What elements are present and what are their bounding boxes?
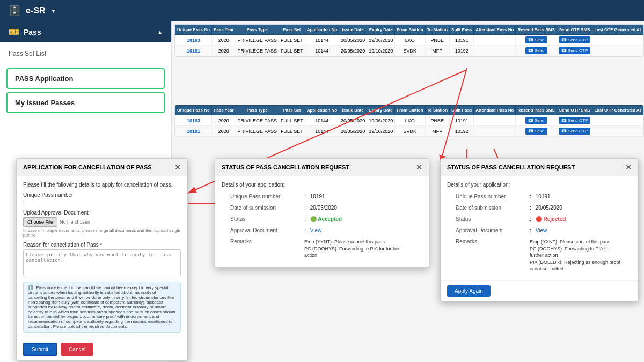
sidebar-item-pass-application[interactable]: PASS Application <box>6 68 165 89</box>
modal-rejected-close[interactable]: ✕ <box>625 163 632 172</box>
modal-accepted-header: STATUS OF PASS CANCELLATION REQUEST ✕ <box>215 159 429 176</box>
rejected-pass-value: 10191 <box>536 194 551 200</box>
modal-accepted-body: Details of your application: Unique Pass… <box>215 176 429 267</box>
cell-type: PRIVILEGE PASS <box>236 46 279 56</box>
rejected-status-row: Status : 🔴 Rejected <box>447 213 632 225</box>
cell-send-otp: 📧 Send OTP <box>557 35 592 46</box>
accepted-status-value: 🟢 Accepted <box>310 216 342 222</box>
th2-attendant-pass-no: Attendant Pass No <box>474 106 516 115</box>
choose-file-btn[interactable]: Choose File <box>23 217 57 227</box>
th-app-no: Application No <box>305 25 339 35</box>
upload-doc-group: Upload Approval Document * Choose File N… <box>23 210 181 238</box>
logo-icon: 🗄️ <box>9 5 20 17</box>
resend-sms-btn3[interactable]: 📧 Send <box>525 128 547 135</box>
accepted-submission-colon: : <box>304 205 306 211</box>
accepted-pass-colon: : <box>304 194 306 200</box>
cell-app-no: 10144 <box>305 35 339 46</box>
sidebar-item-my-issued-passes[interactable]: My Issued Passes <box>6 92 165 113</box>
pass-link[interactable]: 10191 <box>187 129 200 134</box>
rejected-doc-row: Approval Document : View <box>447 225 632 236</box>
sidebar-pass-set-list[interactable]: Pass Set List <box>0 47 171 61</box>
modal-accepted-close[interactable]: ✕ <box>416 163 422 172</box>
accepted-status-colon: : <box>304 216 306 222</box>
cell-last-otp <box>592 35 643 46</box>
pass-link[interactable]: 10191 <box>187 48 200 54</box>
th2-resend-pass-sms: Resend Pass SMS <box>516 106 557 115</box>
unique-pass-label: Unique Pass number <box>23 192 181 198</box>
sidebar-collapse-arrow[interactable]: ▲ <box>157 29 163 35</box>
resend-sms-btn[interactable]: 📧 Send <box>525 47 547 54</box>
modal-cancel-footer: Submit Cancel <box>17 338 187 360</box>
cell-pass-no: 10191 <box>175 46 212 56</box>
accepted-status-label: Status <box>230 216 300 222</box>
accepted-doc-colon: : <box>304 227 306 233</box>
cell-issue: 20/05/2020 <box>339 35 367 46</box>
pass-link[interactable]: 10193 <box>187 38 200 43</box>
th-pass-set: Pass Set <box>279 25 305 35</box>
th2-send-otp-sms: Send OTP SMS <box>557 106 592 115</box>
cancel-modal-btn[interactable]: Cancel <box>61 343 93 356</box>
cell-attendant <box>474 46 516 56</box>
modal-cancel-header: APPLICATION FOR CANCELLATION OF PASS ✕ <box>17 159 187 176</box>
th2-last-otp: Last OTP Generated At <box>592 106 643 115</box>
rejected-pass-no-row: Unique Pass number : 10191 <box>447 191 632 202</box>
rejected-pass-label: Unique Pass number <box>456 194 525 200</box>
pass-icon: 🎫 <box>9 27 19 37</box>
file-choose-wrapper: Choose File No file chosen <box>23 217 181 227</box>
cell-expiry: 19/10/2020 <box>367 46 395 56</box>
apply-again-btn[interactable]: Apply Again <box>447 285 491 297</box>
cell-from: SVDK <box>395 46 425 56</box>
accepted-doc-row: Approval Document : View <box>222 225 422 236</box>
modal-rejected-title: STATUS OF PASS CANCELLATION REQUEST <box>447 164 575 171</box>
accepted-pass-value: 10191 <box>310 194 325 200</box>
send-otp-btn2[interactable]: 📧 Send OTP <box>559 117 591 124</box>
cell-attendant <box>474 35 516 46</box>
rejected-submission-value: 20/05/2020 <box>536 205 562 211</box>
cancel-info-box: ℹ️ Pass once issued in the candidate can… <box>23 282 181 333</box>
rejected-status-value: 🔴 Rejected <box>536 216 566 222</box>
cell-expiry: 19/06/2020 <box>367 35 395 46</box>
th-pass-year: Pass Year <box>211 25 236 35</box>
accepted-submission-row: Date of submission : 20/05/2020 <box>222 202 422 213</box>
pass-table-1-container: Unique Pass No Pass Year Pass Type Pass … <box>174 24 644 57</box>
accepted-remarks-row: Remarks Emp (YXNT): Please cancel this p… <box>222 236 422 262</box>
th-pass-type: Pass Type <box>236 25 279 35</box>
accepted-intro: Details of your application: <box>222 182 422 188</box>
cell-split: 10191 <box>450 35 474 46</box>
resend-sms-btn2[interactable]: 📧 Send <box>525 117 547 124</box>
send-otp-btn[interactable]: 📧 Send OTP <box>559 36 591 43</box>
th-split-pass: Split Pass <box>450 25 474 35</box>
cell-year: 2020 <box>211 46 236 56</box>
pass-table-1: Unique Pass No Pass Year Pass Type Pass … <box>175 25 644 56</box>
resend-sms-btn[interactable]: 📧 Send <box>525 36 547 43</box>
th-expiry-date: Expiry Date <box>367 25 395 35</box>
send-otp-btn3[interactable]: 📧 Send OTP <box>559 128 591 135</box>
th2-app-no: Application No <box>305 106 339 115</box>
rejected-intro: Details of your application: <box>447 182 632 188</box>
rejected-doc-link[interactable]: View <box>536 227 547 233</box>
top-nav: 🗄️ e-SR ▼ <box>0 0 644 21</box>
accepted-doc-link[interactable]: View <box>310 227 322 233</box>
pass-link[interactable]: 10193 <box>187 118 200 123</box>
cell-send-otp: 📧 Send OTP <box>557 46 592 56</box>
reason-textarea[interactable] <box>23 249 181 276</box>
cell-last-otp <box>592 46 643 56</box>
sidebar-pass-header: 🎫 Pass ▲ <box>0 21 171 42</box>
th-to-station: To Station <box>425 25 450 35</box>
send-otp-btn[interactable]: 📧 Send OTP <box>559 47 591 54</box>
info-icon: ℹ️ <box>28 285 33 290</box>
modal-rejected-header: STATUS OF PASS CANCELLATION REQUEST ✕ <box>441 159 638 176</box>
rejected-remarks-row: Remarks Emp (YXNT): Please cancel this p… <box>447 236 632 275</box>
cell-resend-sms: 📧 Send <box>516 46 557 56</box>
th2-to-station: To Station <box>425 106 450 115</box>
th2-unique-pass-no: Unique Pass No <box>175 106 212 115</box>
app-name: e-SR <box>26 6 45 16</box>
cell-pass-no: 10193 <box>175 35 212 46</box>
submit-btn[interactable]: Submit <box>23 343 57 356</box>
th2-expiry-date: Expiry Date <box>367 106 395 115</box>
cell-issue: 20/05/2020 <box>339 46 367 56</box>
nav-dropdown-arrow[interactable]: ▼ <box>50 8 56 14</box>
modal-cancel-close[interactable]: ✕ <box>174 163 181 172</box>
th2-pass-set: Pass Set <box>279 106 305 115</box>
table-row: 10193 2020 PRIVILEGE PASS FULL SET 10144… <box>175 115 645 126</box>
